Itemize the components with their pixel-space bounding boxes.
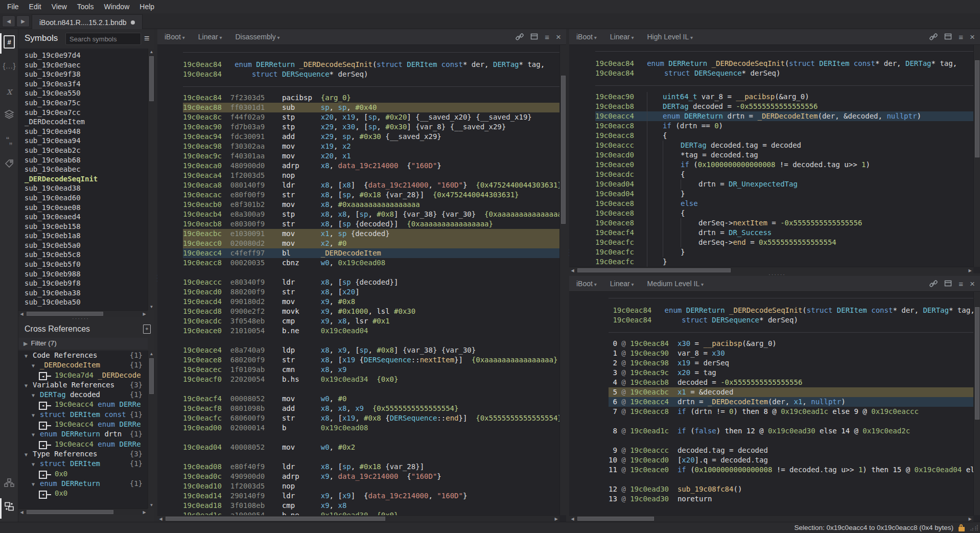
pane-menu-icon[interactable]: ≡ xyxy=(959,280,963,288)
code-line[interactable]: 19c0ead18 3f0108eb cmp x9, x8 xyxy=(183,501,566,511)
xref-row[interactable]: ▼enum DERReturn drtn{1} xyxy=(18,429,148,439)
code-line[interactable]: 3 @ 19c0eac9c x20 = tag xyxy=(609,368,980,378)
code-line[interactable]: 12 @ 19c0ead30 sub_19c08fc84() xyxy=(609,484,980,494)
xref-row[interactable]: ▼enum DERReturn{1} xyxy=(18,479,148,489)
menu-item-view[interactable]: View xyxy=(46,3,72,11)
code-line[interactable] xyxy=(183,336,566,345)
code-line[interactable]: 6 @ 19c0eacc4 drtn = _DERDecodeItem(der,… xyxy=(609,397,980,407)
tags-icon[interactable] xyxy=(3,157,16,170)
code-line[interactable]: 19c0eace8 else xyxy=(595,199,980,208)
code-line[interactable]: 7 @ 19c0eacc8 if (drtn != 0) then 8 @ 0x… xyxy=(609,407,980,416)
code-line[interactable]: 19c0ead14 290140f9 ldr x9, [x9] {data_19… xyxy=(183,491,566,501)
resize-grip-icon[interactable]: ⣠⣾ xyxy=(970,524,977,531)
menu-item-edit[interactable]: Edit xyxy=(24,3,46,11)
il-dropdown[interactable]: Medium Level IL xyxy=(647,280,704,288)
code-line[interactable]: 19c0eace8 { xyxy=(595,208,980,218)
code-line[interactable]: 19c0eacb0 e8f301b2 mov x8, #0xaaaaaaaaaa… xyxy=(183,200,566,210)
xref-row[interactable]: ◄19c0ea7d4 _DERDecode xyxy=(18,370,148,380)
xref-vscrollbar[interactable] xyxy=(148,351,154,508)
xref-row[interactable]: ▼_DERDecodeItem{1} xyxy=(18,360,148,370)
symbol-item[interactable]: sub_19c0eb5a0 xyxy=(18,241,148,250)
code-line[interactable]: 2 @ 19c0eac98 x19 = derSeq xyxy=(609,358,980,368)
view-dropdown[interactable]: iBoot xyxy=(165,33,185,41)
mlil-view[interactable]: 19c0eac84 enum DERReturn _DERDecodeSeqIn… xyxy=(569,292,980,515)
code-line[interactable]: 19c0eac84 enum DERReturn _DERDecodeSeqIn… xyxy=(609,306,980,315)
disasm-hscrollbar[interactable] xyxy=(157,515,559,522)
code-line[interactable]: 19c0eacb8DERTag decoded = -0x55555555555… xyxy=(595,102,980,111)
code-line[interactable]: 19c0eacf0 22020054 b.hs 0x19c0ead34 {0x0… xyxy=(183,375,566,384)
code-line[interactable]: 19c0eac84 struct DERSequence* derSeq) xyxy=(183,69,566,79)
code-line[interactable]: 19c0eacf4 00008052 mov w0, #0 xyxy=(183,394,566,404)
symbol-item[interactable]: sub_19c0ea7cc xyxy=(18,108,148,118)
code-line[interactable]: 19c0eacd0 *tag = decoded.tag xyxy=(595,150,980,160)
symbol-item[interactable]: sub_19c0ead38 xyxy=(18,183,148,193)
new-pane-icon[interactable]: + xyxy=(143,325,151,334)
symbol-item[interactable]: sub_19c0eab68 xyxy=(18,155,148,165)
sync-link-icon[interactable] xyxy=(929,280,938,289)
code-line[interactable]: 19c0eacbc e1030091 mov x1, sp {decoded} xyxy=(183,229,566,239)
chevron-down-icon[interactable]: ▼ xyxy=(32,361,40,370)
sync-link-icon[interactable] xyxy=(929,33,938,42)
code-line[interactable]: 8 @ 19c0ead1c if (false) then 12 @ 0x19c… xyxy=(609,426,980,436)
code-line[interactable]: 19c0eacdc { xyxy=(595,170,980,179)
hlil-vscrollbar[interactable] xyxy=(973,45,980,267)
chevron-down-icon[interactable]: ▼ xyxy=(25,450,33,459)
symbol-item[interactable]: sub_19c0eb5c8 xyxy=(18,250,148,260)
split-pane-icon[interactable] xyxy=(530,33,538,41)
close-pane-icon[interactable]: × xyxy=(970,280,975,288)
symbol-item[interactable]: sub_19c0eab2c xyxy=(18,146,148,155)
symbol-item[interactable]: sub_19c0ead60 xyxy=(18,193,148,203)
scroll-thumb[interactable] xyxy=(27,510,113,514)
code-line[interactable]: 19c0eacd4 090180d2 mov x9, #0x8 xyxy=(183,297,566,307)
code-line[interactable] xyxy=(183,268,566,277)
code-line[interactable]: 19c0eac94 fdc30091 add x29, sp, #0x30 {_… xyxy=(183,132,566,142)
symbol-item[interactable]: sub_19c0eae08 xyxy=(18,203,148,213)
chevron-down-icon[interactable]: ▼ xyxy=(32,479,40,489)
nav-forward-button[interactable]: ▶ xyxy=(16,15,30,27)
mlil-hscrollbar[interactable] xyxy=(569,515,973,522)
symbol-item[interactable]: sub_19c0eb1a8 xyxy=(18,231,148,241)
code-line[interactable]: 19c0eace8 680200f9 str x8, [x19 {DERSequ… xyxy=(183,355,566,365)
code-line[interactable]: 19c0eaca8 080140f9 ldr x8, [x8] {data_19… xyxy=(183,180,566,190)
nav-back-button[interactable]: ◀ xyxy=(2,15,15,27)
xref-row[interactable]: ◄19c0eacc4 enum DERRe xyxy=(18,400,148,409)
symbol-item[interactable]: _DERDecodeItem xyxy=(18,117,148,127)
code-line[interactable] xyxy=(609,436,980,446)
layout-dropdown[interactable]: Linear xyxy=(610,280,634,288)
code-line[interactable]: 19c0eac90uint64_t var_8 = __pacibsp(&arg… xyxy=(595,92,980,102)
code-line[interactable]: 19c0eac84 7f2303d5 pacibsp {arg_0} xyxy=(183,93,566,103)
code-line[interactable] xyxy=(609,475,980,484)
scroll-right-icon[interactable] xyxy=(141,311,148,317)
chevron-down-icon[interactable]: ▼ xyxy=(32,459,40,469)
code-line[interactable]: 19c0ead04 } xyxy=(595,189,980,199)
scroll-thumb[interactable] xyxy=(149,56,154,101)
code-line[interactable]: 5 @ 19c0eacbc x1 = &decoded xyxy=(609,387,980,397)
panel-splitter-handle[interactable]: ······ xyxy=(72,315,89,321)
symbols-menu-icon[interactable]: ≡ xyxy=(144,34,150,43)
xref-row[interactable]: ▼Type References{3} xyxy=(18,449,148,459)
view-dropdown[interactable]: iBoot xyxy=(576,280,597,288)
disassembly-view[interactable]: 19c0eac84 enum DERReturn _DERDecodeSeqIn… xyxy=(157,45,566,515)
xref-row[interactable]: ▼struct DERItem const{1} xyxy=(18,410,148,420)
code-line[interactable]: 19c0eac90 fd7b03a9 stp x29, x30, [sp, #0… xyxy=(183,122,566,132)
split-pane-icon[interactable] xyxy=(944,33,952,41)
tab-active[interactable]: iBoot.n841.R....15.2.1.bndb xyxy=(32,14,143,30)
code-line[interactable]: 10 @ 19c0eacd0 [x20].q = decoded.tag xyxy=(609,455,980,465)
code-line[interactable]: 19c0ead04 drtn = DR_UnexpectedTag xyxy=(595,179,980,189)
code-line[interactable]: 19c0ead0c 490900d0 adrp x9, data_19c2140… xyxy=(183,472,566,481)
code-line[interactable]: 19c0eacac e80f00f9 str x8, [sp, #0x18 {v… xyxy=(183,190,566,200)
code-line[interactable]: 19c0eacb8 e80300f9 str x8, [sp {decoded}… xyxy=(183,219,566,229)
code-line[interactable]: 19c0eace4 e8a740a9 ldp x8, x9, [sp, #0x8… xyxy=(183,345,566,355)
code-line[interactable]: 11 @ 19c0eace0 if (0x1000000000000008 !=… xyxy=(609,465,980,475)
layout-dropdown[interactable]: Linear xyxy=(198,33,222,41)
code-line[interactable]: 19c0eacfc } xyxy=(595,247,980,257)
scroll-left-icon[interactable] xyxy=(18,509,25,516)
code-line[interactable]: 19c0ead1c a1000054 b.ne 0x19c0ead30 {0x0… xyxy=(183,511,566,515)
symbol-item[interactable]: sub_19c0ea948 xyxy=(18,127,148,136)
symbol-item[interactable]: sub_19c0eb9f8 xyxy=(18,279,148,288)
mindmap-icon[interactable] xyxy=(3,476,16,490)
code-line[interactable]: 19c0eacfc 680600f9 str x8, [x19, #0x8 {D… xyxy=(183,413,566,423)
code-line[interactable]: 1 @ 19c0eac90 var_8 = x30 xyxy=(609,349,980,358)
layout-dropdown[interactable]: Linear xyxy=(610,33,634,41)
symbol-item[interactable]: sub_19c0ea3f4 xyxy=(18,79,148,89)
